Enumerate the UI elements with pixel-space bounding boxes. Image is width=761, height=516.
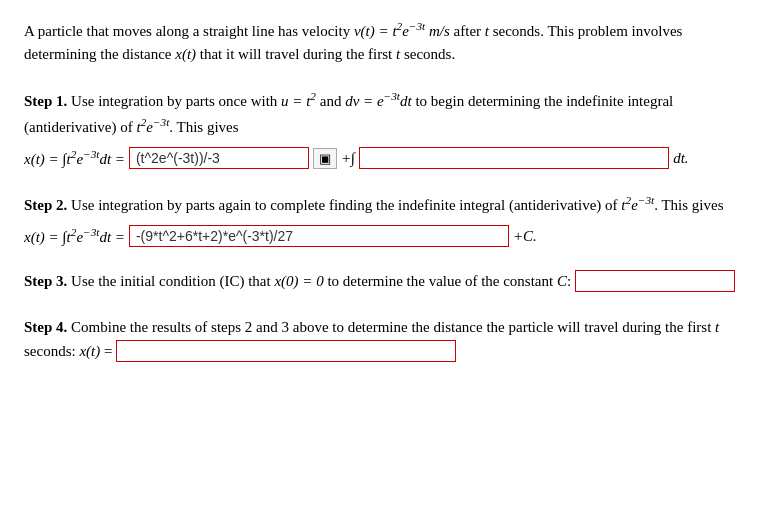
step2-func: t2e−3t [621,197,654,213]
step3-block: Step 3. Use the initial condition (IC) t… [24,269,737,293]
step1-desc: Use integration by parts once with [71,93,281,109]
step1-dt: dt. [673,150,688,167]
step1-u-eq: u = t2 [281,93,316,109]
step2-block: Step 2. Use integration by parts again t… [24,191,737,247]
step3-c: C [557,273,567,289]
intro-text-5: seconds. [400,46,455,62]
step1-desc3: . This gives [169,119,238,135]
intro-text-4: that it will travel during the first [196,46,396,62]
step2-desc2: . This gives [654,197,723,213]
step1-block: Step 1. Use integration by parts once wi… [24,87,737,169]
step4-t: t [715,319,719,335]
step1-label: Step 1. [24,93,67,109]
step2-desc: Use integration by parts again to comple… [71,197,621,213]
step2-lhs: x(t) = ∫t2e−3tdt = [24,226,125,246]
step3-text: Step 3. Use the initial condition (IC) t… [24,269,737,293]
step1-plus-int: +∫ [341,150,355,167]
intro-text: A particle that moves along a straight l… [24,18,737,65]
step4-label: Step 4. [24,319,67,335]
step1-input2[interactable] [359,147,669,169]
step1-check-button[interactable]: ▣ [313,148,337,169]
step3-x0: x(0) = 0 [274,273,323,289]
step3-desc2: to determine the value of the constant [324,273,557,289]
step2-label: Step 2. [24,197,67,213]
step4-equals: = [100,343,116,359]
intro-text-1: A particle that moves along a straight l… [24,23,354,39]
step4-desc: Combine the results of steps 2 and 3 abo… [71,319,715,335]
step4-text: Step 4. Combine the results of steps 2 a… [24,315,737,363]
intro-xt: x(t) [175,46,196,62]
step1-dv-eq: dv = e−3tdt [345,93,412,109]
step1-input1[interactable] [129,147,309,169]
step1-func: t2e−3t [136,119,169,135]
step4-block: Step 4. Combine the results of steps 2 a… [24,315,737,363]
step3-input[interactable] [575,270,735,292]
step1-and: and [320,93,345,109]
step1-text: Step 1. Use integration by parts once wi… [24,87,737,139]
step2-equation: x(t) = ∫t2e−3tdt = +C. [24,225,737,247]
step4-desc2: seconds: [24,343,79,359]
step3-label: Step 3. [24,273,67,289]
step3-colon: : [567,273,575,289]
step2-plus-c: +C. [513,228,537,245]
step1-equation: x(t) = ∫t2e−3tdt = ▣ +∫ dt. [24,147,737,169]
step2-input[interactable] [129,225,509,247]
step2-text: Step 2. Use integration by parts again t… [24,191,737,217]
step4-xt: x(t) [79,343,100,359]
intro-text-2: after [450,23,485,39]
step4-input[interactable] [116,340,456,362]
velocity-formula: v(t) = t2e−3t m/s [354,23,450,39]
step1-lhs: x(t) = ∫t2e−3tdt = [24,148,125,168]
step3-desc: Use the initial condition (IC) that [71,273,274,289]
